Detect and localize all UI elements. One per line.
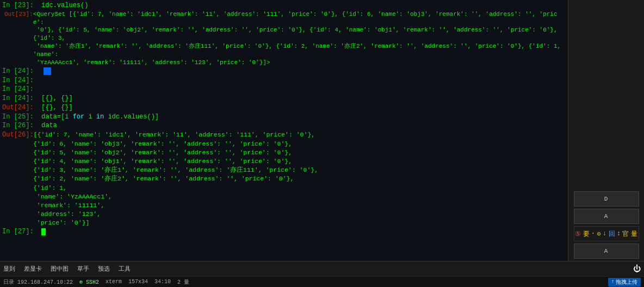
out-26-line2: {'id': 6, 'name': 'obj3', 'remark': '', … [2,140,566,148]
out-26-line3: {'id': 5, 'name': 'obj2', 'remark': '', … [2,148,566,157]
upload-icon: ↑ [611,279,615,285]
code-26: data [34,121,566,130]
terminal-window: In [23]: idc.values() Out[23]: <QuerySet… [0,0,644,261]
status-count: 2 量 [177,278,189,286]
upload-label: 拖拽上传 [616,278,637,286]
out-26-line9: 'remark': '11111', [2,201,566,210]
status-ssh: ⊕ SSH2 [79,279,99,285]
sidebar-icons-row: ⑤ 要 · ⊙ ↓ 回 ↕ 官 量 [574,226,639,241]
out-26-line6: {'id': 2, 'name': '亦庄2', 'remark': '', '… [2,174,566,183]
prompt-out-23: Out[23]: [4,10,33,18]
out-26-text-7: {'id': 1, [29,184,566,192]
status-xterm: xterm [106,279,122,285]
prompt-out-24: Out[24]: [2,103,34,113]
out-26-text-8: 'name': 'YzAAAAcc1', [29,192,566,201]
out-26-text-9: 'remark': '11111', [29,201,566,210]
icon-down[interactable]: ↓ [603,230,606,238]
output-line-23: Out[23]: <QuerySet [{'id': 7, 'name': 'i… [2,10,566,67]
blue-block [44,67,51,75]
bottom-toolbar: 显到 差显卡 图中图 草手 预选 工具 ⏻ [0,261,644,276]
toolbar-goto[interactable]: 显到 [3,265,15,273]
toolbar-picture[interactable]: 图中图 [51,265,69,273]
status-ip: 日录 192.168.247.10:22 [3,278,73,286]
out-26-line1: Out[26]: [{'id': 7, 'name': 'idc1', 'rem… [2,130,566,140]
input-line-24a: In [24]: [2,67,566,76]
status-size: 157x34 [128,279,148,285]
icon-hui[interactable]: 回 [609,229,615,239]
out-26-text-5: {'id': 3, 'name': '亦庄1', 'remark': '', '… [29,166,566,174]
status-bar: 日录 192.168.247.10:22 ⊕ SSH2 xterm 157x34… [0,276,644,287]
prompt-in-26: In [26]: [2,121,34,130]
out-26-line7: {'id': 1, [2,184,566,192]
code-27 [34,227,566,236]
upload-button[interactable]: ↑ 拖拽上传 [608,278,641,286]
icon-updown[interactable]: ↕ [617,230,621,238]
out-26-line5: {'id': 3, 'name': '亦庄1', 'remark': '', '… [2,166,566,174]
input-line-26: In [26]: data [2,121,566,130]
queryset-text: <QuerySet [{'id': 7, 'name': 'idc1', 're… [33,10,566,67]
icon-circle[interactable]: ⊙ [597,230,600,238]
out-26-line10: 'address': '123', [2,210,566,219]
icon-dot[interactable]: · [591,230,595,238]
toolbar-tools[interactable]: 工具 [119,265,131,273]
sidebar-btn-a2[interactable]: A [574,244,639,259]
prompt-in-24c: In [24]: [2,85,34,94]
out-26-text-1: [{'id': 7, 'name': 'idc1', 'remark': '11… [34,130,566,139]
out-26-text-3: {'id': 5, 'name': 'obj2', 'remark': '', … [29,148,566,157]
code-24a [34,67,566,76]
prompt-in-24a: In [24]: [2,67,34,76]
out-26-text-11: 'price': '0'}] [29,219,566,227]
toolbar-hand[interactable]: 草手 [77,265,89,273]
terminal-output[interactable]: In [23]: idc.values() Out[23]: <QuerySet… [0,0,568,261]
toolbar-select[interactable]: 预选 [98,265,110,273]
right-sidebar: D A ⑤ 要 · ⊙ ↓ 回 ↕ 官 量 A [568,0,644,261]
sidebar-btn-a[interactable]: A [574,209,639,224]
prompt-out-26: Out[26]: [2,130,34,140]
code-23: idc.values() [34,1,566,10]
icon-5[interactable]: ⑤ [575,230,581,238]
out-26-line8: 'name': 'YzAAAAcc1', [2,192,566,201]
cursor [41,228,46,235]
icon-guan[interactable]: 官 [622,229,629,239]
code-24d: [{}, {}] [34,94,566,103]
code-25: data=[i for i in idc.values()] [34,113,566,122]
icon-liang[interactable]: 量 [631,229,637,239]
prompt-in-24b: In [24]: [2,76,34,85]
power-button[interactable]: ⏻ [633,265,641,273]
out-26-text-2: {'id': 6, 'name': 'obj3', 'remark': '', … [29,140,566,148]
out-26-line11: 'price': '0'}] [2,219,566,227]
out-26-text-4: {'id': 4, 'name': 'obj1', 'remark': '', … [29,157,566,166]
input-line-24c: In [24]: [2,85,566,94]
icon-yao[interactable]: 要 [583,229,590,239]
status-zoom: 34:10 [154,279,171,285]
input-line-24b: In [24]: [2,76,566,85]
sidebar-btn-d[interactable]: D [574,191,639,207]
input-line-25: In [25]: data=[i for i in idc.values()] [2,113,566,122]
input-line-23: In [23]: idc.values() [2,1,566,10]
input-line-27: In [27]: [2,227,566,236]
input-line-24d: In [24]: [{}, {}] [2,94,566,103]
prompt-in-23: In [23]: [2,1,34,10]
prompt-in-25: In [25]: [2,113,34,122]
out-24-text: [{}, {}] [34,103,566,113]
output-line-26: Out[26]: [{'id': 7, 'name': 'idc1', 'rem… [2,130,566,227]
out-26-text-6: {'id': 2, 'name': '亦庄2', 'remark': '', '… [29,174,566,183]
output-line-24: Out[24]: [{}, {}] [2,103,566,113]
prompt-in-27: In [27]: [2,227,34,236]
prompt-in-24d: In [24]: [2,94,34,103]
out-26-line4: {'id': 4, 'name': 'obj1', 'remark': '', … [2,157,566,166]
toolbar-graphics[interactable]: 差显卡 [24,265,42,273]
out-26-text-10: 'address': '123', [29,210,566,219]
